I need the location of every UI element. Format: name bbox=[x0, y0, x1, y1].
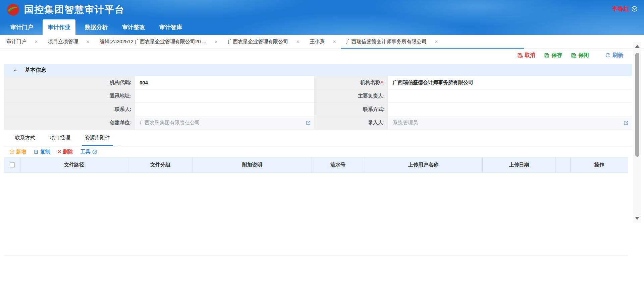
copy-icon bbox=[34, 149, 39, 154]
attachment-table-header: 文件路径 文件分组 附加说明 流水号 上传用户名称 上传日期 操作 bbox=[4, 157, 628, 173]
address-field[interactable] bbox=[135, 89, 314, 103]
plus-circle-icon bbox=[9, 149, 14, 154]
address-label: 通讯地址: bbox=[4, 89, 135, 103]
external-link-icon[interactable] bbox=[306, 120, 311, 126]
org-code-label: 机构代码: bbox=[4, 76, 135, 89]
col-serial-no: 流水号 bbox=[312, 157, 364, 172]
chevron-down-circle-icon bbox=[92, 149, 97, 154]
app-logo-icon bbox=[7, 3, 19, 16]
save-cancel-icon bbox=[517, 53, 523, 58]
col-extra-note: 附加说明 bbox=[193, 157, 312, 172]
save-close-button[interactable]: 保闭 bbox=[571, 52, 589, 59]
attachment-table-body bbox=[4, 173, 628, 256]
org-name-field[interactable]: 广西瑞信盛德会计师事务所有限公司 bbox=[388, 76, 632, 89]
close-icon[interactable]: × bbox=[86, 39, 90, 45]
section-title: 基本信息 bbox=[25, 67, 46, 74]
recorder-label: 录入人: bbox=[314, 116, 388, 130]
contact-label: 联系人: bbox=[4, 103, 135, 116]
copy-button[interactable]: 复制 bbox=[34, 149, 50, 155]
save-icon bbox=[544, 53, 549, 58]
nav-item-audit-rectify[interactable]: 审计整改 bbox=[117, 19, 150, 35]
user-name: 李春红 bbox=[612, 5, 629, 13]
nav-item-audit-knowledge[interactable]: 审计智库 bbox=[154, 19, 187, 35]
doc-tab-edit-zj202512[interactable]: 编辑:ZJ202512 广西农垦企业管理有限公司20 ... × bbox=[95, 35, 223, 49]
contact-way-field[interactable] bbox=[388, 103, 632, 116]
nav-item-data-analysis[interactable]: 数据分析 bbox=[80, 19, 113, 35]
chevron-down-circle-icon bbox=[632, 6, 637, 12]
recorder-field: 系统管理员 bbox=[388, 116, 632, 130]
tab-project-manager[interactable]: 项目经理 bbox=[47, 130, 73, 146]
save-close-icon bbox=[571, 53, 576, 58]
document-tab-bar: 审计门户 × 项目立项管理 × 编辑:ZJ202512 广西农垦企业管理有限公司… bbox=[0, 35, 644, 49]
nav-item-audit-work[interactable]: 审计作业 bbox=[43, 19, 75, 35]
select-all-checkbox[interactable] bbox=[10, 162, 15, 167]
col-upload-user: 上传用户名称 bbox=[364, 157, 483, 172]
vertical-scrollbar[interactable] bbox=[633, 42, 641, 223]
detail-tab-bar: 联系方式 项目经理 资源库附件 bbox=[4, 130, 632, 146]
save-button[interactable]: 保存 bbox=[544, 52, 562, 59]
doc-tab-audit-portal[interactable]: 审计门户 × bbox=[1, 35, 43, 49]
org-code-field[interactable]: 004 bbox=[135, 76, 314, 89]
refresh-icon bbox=[605, 53, 610, 58]
nav-item-audit-portal[interactable]: 审计门户 bbox=[5, 19, 38, 35]
create-org-label: 创建单位: bbox=[4, 116, 135, 130]
cancel-button[interactable]: 取消 bbox=[517, 52, 535, 59]
doc-tab-gx-nongken[interactable]: 广西农垦企业管理有限公司 × bbox=[223, 35, 305, 49]
principal-field[interactable] bbox=[388, 89, 632, 103]
close-icon[interactable]: × bbox=[333, 39, 336, 45]
select-all-cell bbox=[4, 157, 20, 172]
col-file-group: 文件分组 bbox=[128, 157, 193, 172]
col-upload-date: 上传日期 bbox=[483, 157, 556, 172]
doc-tab-wangxiaoyan[interactable]: 王小燕 × bbox=[305, 35, 341, 49]
refresh-button[interactable]: 刷新 bbox=[605, 52, 623, 59]
user-menu[interactable]: 李春红 bbox=[612, 5, 637, 13]
attachment-toolbar: 新增 复制 × 删除 工具 bbox=[4, 146, 632, 157]
collapse-caret-icon bbox=[13, 68, 17, 73]
section-basic-info[interactable]: 基本信息 bbox=[4, 64, 632, 76]
basic-info-form: 机构代码: 004 机构名称*: 广西瑞信盛德会计师事务所有限公司 通讯地址: … bbox=[4, 76, 632, 130]
delete-button[interactable]: × 删除 bbox=[58, 149, 73, 155]
scroll-up-arrow-icon[interactable] bbox=[635, 45, 640, 48]
close-icon[interactable]: × bbox=[214, 39, 218, 45]
main-nav: 审计门户 审计作业 数据分析 审计整改 审计智库 bbox=[0, 19, 644, 35]
required-asterisk: * bbox=[381, 80, 383, 85]
tools-dropdown[interactable]: 工具 bbox=[80, 149, 97, 155]
form-panel: 基本信息 机构代码: 004 机构名称*: 广西瑞信盛德会计师事务所有限公司 通… bbox=[4, 64, 632, 256]
close-icon[interactable]: × bbox=[35, 39, 38, 45]
doc-tab-project-approval[interactable]: 项目立项管理 × bbox=[43, 35, 95, 49]
x-icon: × bbox=[58, 149, 61, 155]
contact-field[interactable] bbox=[135, 103, 314, 116]
page-action-toolbar: 取消 保存 保闭 刷新 bbox=[0, 49, 644, 62]
col-actions: 操作 bbox=[571, 157, 628, 172]
add-button[interactable]: 新增 bbox=[9, 149, 26, 155]
col-file-path: 文件路径 bbox=[20, 157, 128, 172]
close-icon[interactable]: × bbox=[296, 39, 300, 45]
doc-tab-gx-ruixin-active[interactable]: 广西瑞信盛德会计师事务所有限公司 × bbox=[341, 35, 524, 49]
tab-contact-info[interactable]: 联系方式 bbox=[12, 130, 38, 146]
tab-resource-attachments[interactable]: 资源库附件 bbox=[82, 130, 113, 146]
org-name-label: 机构名称*: bbox=[314, 76, 388, 89]
create-org-field: 广西农垦集团有限责任公司 bbox=[135, 116, 314, 130]
close-icon[interactable]: × bbox=[435, 39, 438, 45]
external-link-icon[interactable] bbox=[623, 120, 629, 126]
scroll-down-arrow-icon[interactable] bbox=[635, 217, 640, 220]
col-spacer bbox=[556, 157, 571, 172]
page-title: 国控集团智慧审计平台 bbox=[24, 3, 125, 16]
contact-way-label: 联系方式: bbox=[314, 103, 388, 116]
principal-label: 主要负责人: bbox=[314, 89, 388, 103]
app-banner: 国控集团智慧审计平台 李春红 审计门户 审计作业 数据分析 审计整改 审计智库 bbox=[0, 0, 644, 35]
scrollbar-thumb[interactable] bbox=[635, 53, 639, 157]
